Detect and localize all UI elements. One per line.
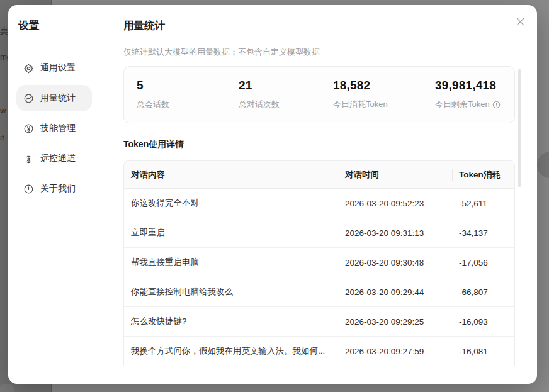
table-row[interactable]: 立即重启 2026-03-20 09:31:13 -34,137	[124, 218, 514, 248]
cell-tokens: -66,807	[452, 288, 514, 297]
signal-icon	[23, 154, 34, 164]
stat-value: 21	[239, 79, 333, 92]
cell-content: 怎么改快捷键?	[124, 316, 339, 327]
stat-value: 39,981,418	[435, 79, 514, 92]
info-icon[interactable]	[492, 101, 501, 109]
close-button[interactable]	[512, 15, 528, 30]
stat-label-text: 今日剩余Token	[435, 99, 490, 110]
sidebar-item-label: 技能管理	[40, 123, 76, 134]
wrench-icon	[23, 123, 34, 134]
close-icon	[515, 16, 526, 30]
cell-tokens: -34,137	[452, 228, 514, 238]
page-title: 用量统计	[123, 19, 165, 33]
sidebar-item-label: 用量统计	[40, 92, 76, 104]
gear-icon	[23, 63, 34, 74]
cell-content: 帮我直接重启电脑	[124, 257, 339, 268]
cell-tokens: -17,056	[452, 258, 514, 267]
sidebar-item-general[interactable]: 通用设置	[16, 55, 92, 81]
cell-content: 你这改得完全不对	[124, 198, 339, 209]
table-row[interactable]: 帮我直接重启电脑 2026-03-20 09:30:48 -17,056	[124, 248, 514, 277]
usage-disclaimer: 仅统计默认大模型的用量数据；不包含自定义模型数据	[123, 47, 320, 58]
sidebar-item-usage-stats[interactable]: 用量统计	[16, 85, 92, 111]
cell-time: 2026-03-20 09:30:48	[339, 258, 452, 267]
background-text-fragment: if	[0, 133, 4, 142]
cell-tokens: -52,611	[452, 199, 514, 208]
stats-card: 5 总会话数 21 总对话次数 18,582 今日消耗Token 39,981,…	[123, 66, 515, 123]
background-text-fragment: w	[0, 106, 6, 115]
cell-time: 2026-03-20 09:27:59	[339, 347, 452, 356]
sidebar-item-skills[interactable]: 技能管理	[16, 115, 92, 142]
token-usage-table: 对话内容 对话时间 Token消耗 你这改得完全不对 2026-03-20 09…	[123, 160, 515, 366]
stat-label: 总对话次数	[239, 99, 333, 110]
stat-total-sessions: 5 总会话数	[137, 79, 239, 123]
trend-icon	[23, 93, 34, 104]
token-details-title: Token使用详情	[123, 139, 184, 150]
background-text-fragment: 桌	[0, 26, 9, 37]
settings-dialog: 设置 通用设置 用量统计	[8, 5, 537, 384]
cell-time: 2026-03-20 09:52:23	[339, 199, 452, 208]
sidebar-item-about[interactable]: 关于我们	[16, 176, 92, 202]
cell-time: 2026-03-20 09:31:13	[339, 228, 452, 238]
screen: 桌 mg w if 设置 通用设置	[0, 0, 549, 392]
background-floating-button	[537, 152, 549, 178]
dialog-title: 设置	[18, 19, 39, 33]
cell-content: 立即重启	[124, 227, 339, 238]
info-icon	[23, 184, 34, 194]
table-row[interactable]: 我换个方式问你，假如我在用英文输入法。我如何... 2026-03-20 09:…	[124, 337, 514, 366]
stat-label: 今日剩余Token	[435, 99, 514, 110]
cell-content: 你能直接控制电脑给我改么	[124, 286, 339, 298]
sidebar-item-remote[interactable]: 远控通道	[16, 145, 92, 172]
settings-nav: 通用设置 用量统计	[16, 55, 93, 206]
sidebar-item-label: 通用设置	[40, 62, 76, 74]
sidebar-item-label: 远控通道	[40, 153, 76, 164]
cell-content: 我换个方式问你，假如我在用英文输入法。我如何...	[124, 345, 339, 357]
table-row[interactable]: 怎么改快捷键? 2026-03-20 09:29:25 -16,093	[124, 307, 514, 337]
column-header-content: 对话内容	[124, 169, 339, 181]
stat-total-dialogs: 21 总对话次数	[239, 79, 333, 123]
column-divider	[339, 169, 339, 181]
stat-value: 5	[137, 79, 239, 92]
column-header-time: 对话时间	[339, 169, 452, 181]
cell-time: 2026-03-20 09:29:44	[339, 288, 452, 297]
background-button-fragment	[0, 384, 14, 392]
scrollbar-thumb[interactable]	[518, 69, 521, 187]
stat-label: 总会话数	[137, 99, 239, 110]
sidebar-item-label: 关于我们	[40, 183, 76, 194]
stat-tokens-used-today: 18,582 今日消耗Token	[333, 79, 435, 123]
stat-label: 今日消耗Token	[333, 99, 435, 110]
table-row[interactable]: 你这改得完全不对 2026-03-20 09:52:23 -52,611	[124, 189, 514, 218]
column-divider	[452, 169, 453, 181]
table-row[interactable]: 你能直接控制电脑给我改么 2026-03-20 09:29:44 -66,807	[124, 277, 514, 307]
cell-tokens: -16,093	[452, 317, 514, 327]
cell-tokens: -16,081	[452, 347, 514, 356]
stat-value: 18,582	[333, 79, 435, 92]
table-header: 对话内容 对话时间 Token消耗	[124, 161, 514, 189]
column-header-tokens: Token消耗	[452, 169, 514, 181]
stat-tokens-remaining-today: 39,981,418 今日剩余Token	[435, 79, 514, 123]
cell-time: 2026-03-20 09:29:25	[339, 317, 452, 327]
